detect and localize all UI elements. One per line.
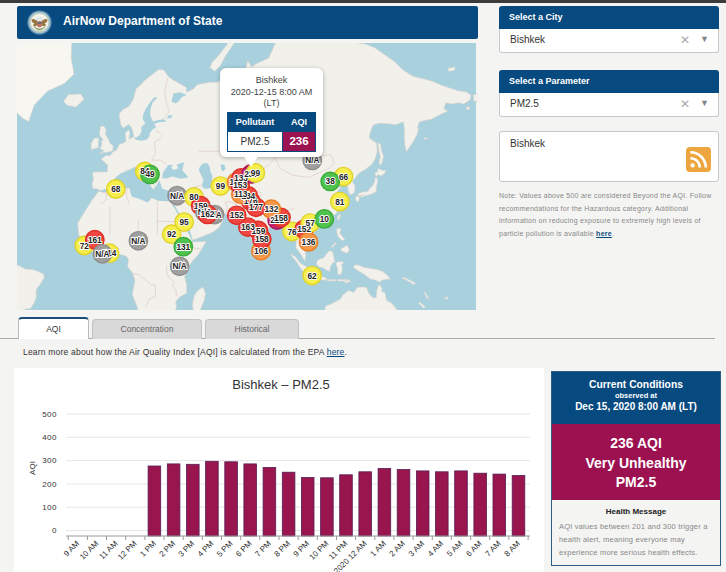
svg-text:N/A: N/A (95, 249, 109, 259)
svg-text:N/A: N/A (131, 236, 145, 246)
svg-text:1 PM: 1 PM (138, 539, 158, 559)
svg-text:7 AM: 7 AM (483, 539, 502, 558)
svg-text:132: 132 (264, 204, 278, 214)
svg-text:62: 62 (307, 271, 317, 281)
svg-text:200: 200 (42, 480, 57, 489)
svg-text:3 PM: 3 PM (177, 539, 197, 559)
svg-text:300: 300 (42, 456, 57, 465)
svg-text:100: 100 (42, 503, 57, 512)
svg-text:99: 99 (216, 181, 226, 191)
svg-text:106: 106 (254, 246, 268, 256)
svg-text:158: 158 (255, 234, 269, 244)
svg-text:4 PM: 4 PM (196, 539, 216, 559)
svg-text:3 AM: 3 AM (407, 539, 426, 558)
svg-text:76: 76 (287, 227, 297, 237)
svg-text:2 AM: 2 AM (388, 539, 407, 558)
svg-text:161: 161 (88, 235, 102, 245)
svg-text:2 PM: 2 PM (157, 539, 177, 559)
svg-text:136: 136 (302, 237, 316, 247)
svg-text:95: 95 (179, 217, 189, 227)
svg-text:1 AM: 1 AM (369, 539, 388, 558)
svg-text:38: 38 (326, 176, 336, 186)
svg-text:152: 152 (230, 210, 244, 220)
svg-text:92: 92 (167, 229, 177, 239)
svg-text:10: 10 (320, 214, 330, 224)
svg-text:57: 57 (306, 218, 316, 228)
svg-text:400: 400 (42, 433, 57, 442)
svg-text:AQI: AQI (28, 461, 37, 475)
svg-text:6 AM: 6 AM (464, 539, 483, 558)
svg-text:68: 68 (111, 184, 121, 194)
svg-text:0: 0 (52, 526, 57, 535)
svg-text:5 AM: 5 AM (445, 539, 464, 558)
svg-text:7 PM: 7 PM (253, 539, 273, 559)
svg-text:12 PM: 12 PM (116, 539, 139, 562)
svg-text:113: 113 (234, 189, 248, 199)
svg-text:10 PM: 10 PM (308, 539, 331, 562)
svg-text:81: 81 (335, 197, 345, 207)
svg-text:8 PM: 8 PM (272, 539, 292, 559)
svg-text:49: 49 (145, 169, 155, 179)
svg-text:131: 131 (176, 242, 190, 252)
svg-text:10 AM: 10 AM (78, 539, 101, 562)
svg-text:6 PM: 6 PM (234, 539, 254, 559)
svg-text:Bishkek – PM2.5: Bishkek – PM2.5 (232, 377, 330, 392)
svg-text:500: 500 (42, 410, 57, 419)
svg-text:177: 177 (249, 202, 263, 212)
svg-text:8 AM: 8 AM (503, 539, 522, 558)
svg-text:N/A: N/A (170, 191, 184, 201)
svg-text:163: 163 (241, 222, 255, 232)
svg-text:99: 99 (251, 168, 261, 178)
svg-text:N/A: N/A (172, 261, 186, 271)
svg-text:162: 162 (201, 209, 215, 219)
svg-text:4 AM: 4 AM (426, 539, 445, 558)
svg-text:66: 66 (339, 172, 349, 182)
svg-text:5 PM: 5 PM (215, 539, 235, 559)
svg-text:11 AM: 11 AM (98, 539, 120, 561)
